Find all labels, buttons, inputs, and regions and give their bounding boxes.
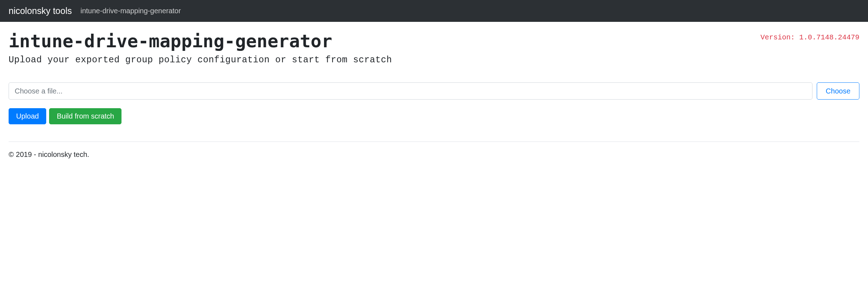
page-title: intune-drive-mapping-generator [9,30,332,52]
action-button-row: Upload Build from scratch [9,108,859,124]
main-container: intune-drive-mapping-generator Version: … [0,22,868,167]
choose-button[interactable]: Choose [817,82,859,100]
file-input-row: Choose a file... Choose [9,82,859,100]
page-subtitle: Upload your exported group policy config… [9,55,859,65]
header-row: intune-drive-mapping-generator Version: … [9,30,859,52]
build-from-scratch-button[interactable]: Build from scratch [49,108,121,124]
footer-text: © 2019 - nicolonsky tech. [9,150,859,159]
navbar-brand[interactable]: nicolonsky tools [9,6,72,16]
file-input[interactable]: Choose a file... [9,82,812,100]
divider [9,142,859,142]
navbar: nicolonsky tools intune-drive-mapping-ge… [0,0,868,22]
upload-button[interactable]: Upload [9,108,46,124]
navbar-link-generator[interactable]: intune-drive-mapping-generator [80,7,181,15]
version-label: Version: 1.0.7148.24479 [760,33,859,42]
